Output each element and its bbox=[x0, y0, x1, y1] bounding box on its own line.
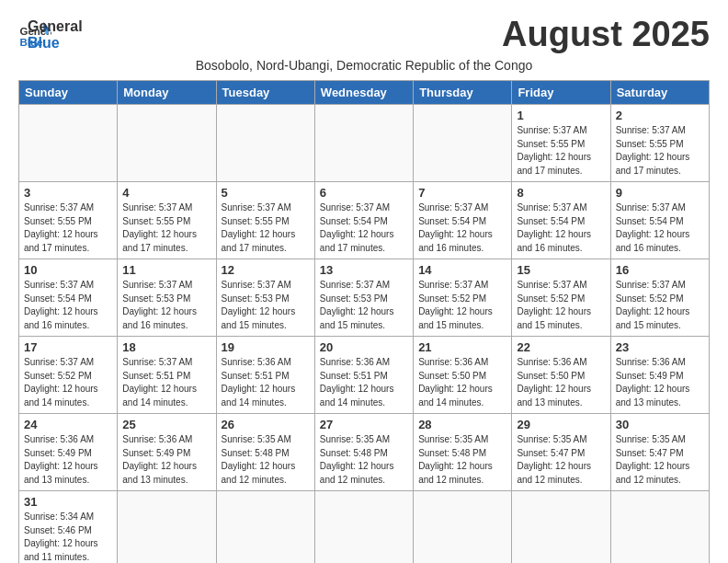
calendar-cell: 10Sunrise: 5:37 AMSunset: 5:54 PMDayligh… bbox=[19, 259, 118, 337]
calendar-cell: 23Sunrise: 5:36 AMSunset: 5:49 PMDayligh… bbox=[610, 337, 709, 414]
calendar-cell: 22Sunrise: 5:36 AMSunset: 5:50 PMDayligh… bbox=[512, 337, 610, 414]
calendar-cell: 25Sunrise: 5:36 AMSunset: 5:49 PMDayligh… bbox=[118, 414, 216, 491]
day-number: 9 bbox=[616, 186, 704, 200]
day-info: Sunrise: 5:37 AMSunset: 5:53 PMDaylight:… bbox=[320, 279, 408, 332]
day-info: Sunrise: 5:37 AMSunset: 5:54 PMDaylight:… bbox=[616, 201, 704, 255]
calendar-cell: 20Sunrise: 5:36 AMSunset: 5:51 PMDayligh… bbox=[314, 337, 413, 414]
day-number: 26 bbox=[222, 418, 310, 431]
calendar-cell bbox=[216, 105, 314, 182]
calendar-cell bbox=[118, 491, 216, 564]
calendar-cell: 30Sunrise: 5:35 AMSunset: 5:47 PMDayligh… bbox=[610, 414, 709, 491]
calendar-cell: 11Sunrise: 5:37 AMSunset: 5:53 PMDayligh… bbox=[118, 259, 216, 337]
day-number: 25 bbox=[122, 418, 210, 431]
weekday-header-saturday: Saturday bbox=[610, 81, 709, 105]
weekday-header-wednesday: Wednesday bbox=[314, 81, 413, 105]
day-info: Sunrise: 5:36 AMSunset: 5:49 PMDaylight:… bbox=[122, 433, 210, 487]
day-number: 24 bbox=[24, 418, 112, 431]
calendar-cell: 27Sunrise: 5:35 AMSunset: 5:48 PMDayligh… bbox=[314, 414, 413, 491]
calendar-cell: 21Sunrise: 5:36 AMSunset: 5:50 PMDayligh… bbox=[414, 337, 512, 414]
calendar-cell bbox=[314, 105, 413, 182]
day-number: 18 bbox=[122, 340, 210, 354]
day-number: 20 bbox=[320, 340, 408, 354]
day-number: 30 bbox=[616, 418, 704, 431]
day-info: Sunrise: 5:36 AMSunset: 5:50 PMDaylight:… bbox=[418, 356, 506, 409]
calendar-cell bbox=[118, 105, 216, 182]
day-number: 22 bbox=[517, 340, 605, 354]
calendar-cell: 12Sunrise: 5:37 AMSunset: 5:53 PMDayligh… bbox=[216, 259, 314, 337]
day-info: Sunrise: 5:35 AMSunset: 5:47 PMDaylight:… bbox=[616, 433, 704, 487]
calendar-cell: 26Sunrise: 5:35 AMSunset: 5:48 PMDayligh… bbox=[216, 414, 314, 491]
day-info: Sunrise: 5:37 AMSunset: 5:54 PMDaylight:… bbox=[24, 279, 112, 332]
calendar-week-6: 31Sunrise: 5:34 AMSunset: 5:46 PMDayligh… bbox=[19, 491, 710, 564]
logo-general: General bbox=[28, 18, 83, 35]
day-number: 13 bbox=[320, 263, 408, 277]
calendar-cell: 3Sunrise: 5:37 AMSunset: 5:55 PMDaylight… bbox=[19, 182, 118, 259]
calendar-cell bbox=[610, 491, 709, 564]
day-number: 31 bbox=[24, 495, 112, 509]
day-number: 29 bbox=[517, 418, 605, 431]
weekday-header-friday: Friday bbox=[512, 81, 610, 105]
day-info: Sunrise: 5:37 AMSunset: 5:55 PMDaylight:… bbox=[222, 201, 310, 255]
calendar-cell: 7Sunrise: 5:37 AMSunset: 5:54 PMDaylight… bbox=[414, 182, 512, 259]
day-info: Sunrise: 5:35 AMSunset: 5:48 PMDaylight:… bbox=[320, 433, 408, 487]
calendar-cell: 5Sunrise: 5:37 AMSunset: 5:55 PMDaylight… bbox=[216, 182, 314, 259]
weekday-header-thursday: Thursday bbox=[414, 81, 512, 105]
day-info: Sunrise: 5:37 AMSunset: 5:55 PMDaylight:… bbox=[616, 124, 704, 178]
day-number: 23 bbox=[616, 340, 704, 354]
calendar-cell bbox=[512, 491, 610, 564]
calendar-table: SundayMondayTuesdayWednesdayThursdayFrid… bbox=[18, 80, 710, 563]
calendar-week-5: 24Sunrise: 5:36 AMSunset: 5:49 PMDayligh… bbox=[19, 414, 710, 491]
page-header: General Blue General Blue August 2025 bbox=[18, 15, 710, 54]
day-info: Sunrise: 5:37 AMSunset: 5:54 PMDaylight:… bbox=[320, 201, 408, 255]
day-number: 19 bbox=[222, 340, 310, 354]
weekday-header-tuesday: Tuesday bbox=[216, 81, 314, 105]
calendar-cell bbox=[216, 491, 314, 564]
calendar-cell bbox=[314, 491, 413, 564]
day-number: 8 bbox=[517, 186, 605, 200]
day-info: Sunrise: 5:37 AMSunset: 5:55 PMDaylight:… bbox=[122, 201, 210, 255]
calendar-week-4: 17Sunrise: 5:37 AMSunset: 5:52 PMDayligh… bbox=[19, 337, 710, 414]
day-info: Sunrise: 5:37 AMSunset: 5:55 PMDaylight:… bbox=[24, 201, 112, 255]
day-info: Sunrise: 5:37 AMSunset: 5:52 PMDaylight:… bbox=[418, 279, 506, 332]
day-number: 12 bbox=[222, 263, 310, 277]
day-info: Sunrise: 5:37 AMSunset: 5:54 PMDaylight:… bbox=[418, 201, 506, 255]
day-info: Sunrise: 5:37 AMSunset: 5:53 PMDaylight:… bbox=[222, 279, 310, 332]
day-number: 11 bbox=[122, 263, 210, 277]
day-info: Sunrise: 5:35 AMSunset: 5:48 PMDaylight:… bbox=[222, 433, 310, 487]
calendar-week-1: 1Sunrise: 5:37 AMSunset: 5:55 PMDaylight… bbox=[19, 105, 710, 182]
day-info: Sunrise: 5:36 AMSunset: 5:51 PMDaylight:… bbox=[320, 356, 408, 409]
calendar-cell: 28Sunrise: 5:35 AMSunset: 5:48 PMDayligh… bbox=[414, 414, 512, 491]
day-info: Sunrise: 5:35 AMSunset: 5:48 PMDaylight:… bbox=[418, 433, 506, 487]
day-number: 10 bbox=[24, 263, 112, 277]
calendar-cell: 16Sunrise: 5:37 AMSunset: 5:52 PMDayligh… bbox=[610, 259, 709, 337]
day-info: Sunrise: 5:35 AMSunset: 5:47 PMDaylight:… bbox=[517, 433, 605, 487]
day-number: 4 bbox=[122, 186, 210, 200]
calendar-cell: 4Sunrise: 5:37 AMSunset: 5:55 PMDaylight… bbox=[118, 182, 216, 259]
calendar-cell: 6Sunrise: 5:37 AMSunset: 5:54 PMDaylight… bbox=[314, 182, 413, 259]
day-info: Sunrise: 5:36 AMSunset: 5:50 PMDaylight:… bbox=[517, 356, 605, 409]
logo: General Blue General Blue bbox=[18, 15, 83, 51]
weekday-header-monday: Monday bbox=[118, 81, 216, 105]
calendar-cell bbox=[414, 105, 512, 182]
calendar-cell: 1Sunrise: 5:37 AMSunset: 5:55 PMDaylight… bbox=[512, 105, 610, 182]
calendar-cell: 18Sunrise: 5:37 AMSunset: 5:51 PMDayligh… bbox=[118, 337, 216, 414]
calendar-cell: 17Sunrise: 5:37 AMSunset: 5:52 PMDayligh… bbox=[19, 337, 118, 414]
day-info: Sunrise: 5:34 AMSunset: 5:46 PMDaylight:… bbox=[24, 511, 112, 563]
calendar-week-3: 10Sunrise: 5:37 AMSunset: 5:54 PMDayligh… bbox=[19, 259, 710, 337]
day-info: Sunrise: 5:37 AMSunset: 5:52 PMDaylight:… bbox=[616, 279, 704, 332]
location-subtitle: Bosobolo, Nord-Ubangi, Democratic Republ… bbox=[18, 58, 710, 73]
day-info: Sunrise: 5:37 AMSunset: 5:55 PMDaylight:… bbox=[517, 124, 605, 178]
calendar-cell: 29Sunrise: 5:35 AMSunset: 5:47 PMDayligh… bbox=[512, 414, 610, 491]
calendar-cell: 15Sunrise: 5:37 AMSunset: 5:52 PMDayligh… bbox=[512, 259, 610, 337]
day-number: 6 bbox=[320, 186, 408, 200]
weekday-header-row: SundayMondayTuesdayWednesdayThursdayFrid… bbox=[19, 81, 710, 105]
day-number: 14 bbox=[418, 263, 506, 277]
day-info: Sunrise: 5:37 AMSunset: 5:51 PMDaylight:… bbox=[122, 356, 210, 409]
day-info: Sunrise: 5:37 AMSunset: 5:52 PMDaylight:… bbox=[24, 356, 112, 409]
day-number: 3 bbox=[24, 186, 112, 200]
day-number: 21 bbox=[418, 340, 506, 354]
day-info: Sunrise: 5:37 AMSunset: 5:53 PMDaylight:… bbox=[122, 279, 210, 332]
day-info: Sunrise: 5:36 AMSunset: 5:49 PMDaylight:… bbox=[24, 433, 112, 487]
month-year-title: August 2025 bbox=[502, 15, 710, 54]
day-number: 15 bbox=[517, 263, 605, 277]
